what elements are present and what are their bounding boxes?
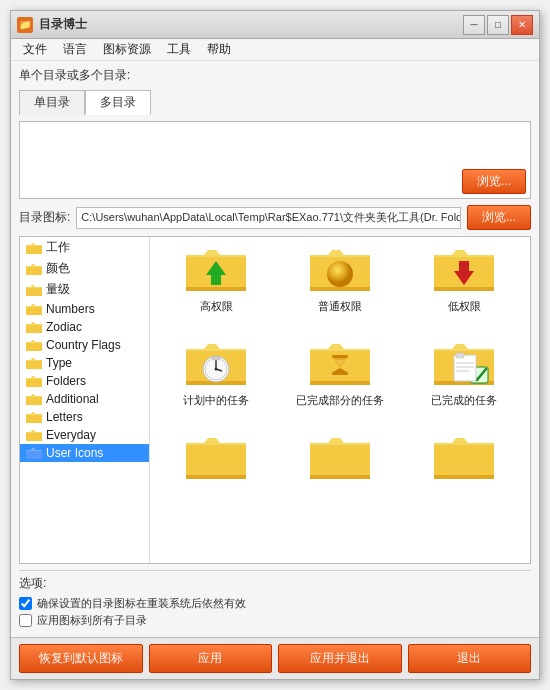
minimize-button[interactable]: ─ xyxy=(463,15,485,35)
sidebar: 工作 颜色 量级 Numbers Zodiac xyxy=(20,237,150,563)
sidebar-item-type[interactable]: Type xyxy=(20,354,149,372)
tab-bar: 单目录 多目录 xyxy=(19,90,531,115)
path-display: C:\Users\wuhan\AppData\Local\Temp\Rar$EX… xyxy=(76,207,461,229)
folder-partial-icon xyxy=(310,341,370,389)
window-title: 目录博士 xyxy=(39,16,87,33)
sidebar-item-level[interactable]: 量级 xyxy=(20,279,149,300)
icon-cell-complete[interactable]: 已完成的任务 xyxy=(404,337,524,427)
checkbox-reinstall[interactable] xyxy=(19,597,32,610)
checkbox-subdir-label: 应用图标到所有子目录 xyxy=(37,613,147,628)
title-bar-left: 📁 目录博士 xyxy=(17,16,87,33)
folder-icon-small xyxy=(26,242,42,254)
menu-bar: 文件 语言 图标资源 工具 帮助 xyxy=(11,39,539,61)
sidebar-item-letters[interactable]: Letters xyxy=(20,408,149,426)
svg-point-1 xyxy=(327,261,353,287)
svg-rect-9 xyxy=(332,355,348,358)
menu-file[interactable]: 文件 xyxy=(15,39,55,60)
menu-tools[interactable]: 工具 xyxy=(159,39,199,60)
icon-cell-plain-3[interactable] xyxy=(404,431,524,521)
browse-row-top: 浏览... xyxy=(24,169,526,194)
maximize-button[interactable]: □ xyxy=(487,15,509,35)
sidebar-item-work[interactable]: 工作 xyxy=(20,237,149,258)
icon-cell-high-priority[interactable]: 高权限 xyxy=(156,243,276,333)
svg-rect-8 xyxy=(212,356,220,360)
folder-plain-1-icon xyxy=(186,435,246,483)
icon-label-low-priority: 低权限 xyxy=(448,299,481,313)
icon-cell-low-priority[interactable]: 低权限 xyxy=(404,243,524,333)
svg-point-7 xyxy=(215,368,218,371)
menu-help[interactable]: 帮助 xyxy=(199,39,239,60)
icon-cell-planned[interactable]: 计划中的任务 xyxy=(156,337,276,427)
folder-normal-icon xyxy=(310,247,370,295)
app-icon: 📁 xyxy=(17,17,33,33)
main-window: 📁 目录博士 ─ □ ✕ 文件 语言 图标资源 工具 帮助 单个目录或多个目录:… xyxy=(10,10,540,680)
folder-plain-2-icon xyxy=(310,435,370,483)
menu-icon-resources[interactable]: 图标资源 xyxy=(95,39,159,60)
checkbox-row-2: 应用图标到所有子目录 xyxy=(19,612,531,629)
title-buttons: ─ □ ✕ xyxy=(463,15,533,35)
sidebar-item-user-icons[interactable]: User Icons xyxy=(20,444,149,462)
close-button[interactable]: ✕ xyxy=(511,15,533,35)
folder-high-priority-icon xyxy=(186,247,246,295)
svg-rect-13 xyxy=(456,353,464,358)
browse-button-path[interactable]: 浏览... xyxy=(467,205,531,230)
icon-label-planned: 计划中的任务 xyxy=(183,393,249,407)
directory-input[interactable] xyxy=(24,126,526,166)
main-panel: 工作 颜色 量级 Numbers Zodiac xyxy=(19,236,531,564)
sidebar-item-numbers[interactable]: Numbers xyxy=(20,300,149,318)
checkbox-reinstall-label: 确保设置的目录图标在重装系统后依然有效 xyxy=(37,596,246,611)
sidebar-item-folders[interactable]: Folders xyxy=(20,372,149,390)
icon-cell-normal[interactable]: 普通权限 xyxy=(280,243,400,333)
tab-single[interactable]: 单目录 xyxy=(19,90,85,115)
icon-cell-plain-2[interactable] xyxy=(280,431,400,521)
restore-default-button[interactable]: 恢复到默认图标 xyxy=(19,644,143,673)
icon-label-high-priority: 高权限 xyxy=(200,299,233,313)
sidebar-item-everyday[interactable]: Everyday xyxy=(20,426,149,444)
checkbox-subdir[interactable] xyxy=(19,614,32,627)
options-section: 选项: 确保设置的目录图标在重装系统后依然有效 应用图标到所有子目录 xyxy=(19,570,531,631)
title-bar: 📁 目录博士 ─ □ ✕ xyxy=(11,11,539,39)
sidebar-item-country-flags[interactable]: Country Flags xyxy=(20,336,149,354)
folder-planned-icon xyxy=(186,341,246,389)
icon-label-partial: 已完成部分的任务 xyxy=(296,393,384,407)
icon-cell-partial[interactable]: 已完成部分的任务 xyxy=(280,337,400,427)
folder-complete-icon xyxy=(434,341,494,389)
apply-button[interactable]: 应用 xyxy=(149,644,273,673)
folder-plain-3-icon xyxy=(434,435,494,483)
path-row: 目录图标: C:\Users\wuhan\AppData\Local\Temp\… xyxy=(19,205,531,230)
icon-grid: 高权限 xyxy=(150,237,530,563)
folder-low-priority-icon xyxy=(434,247,494,295)
browse-button-top[interactable]: 浏览... xyxy=(462,169,526,194)
options-label: 选项: xyxy=(19,575,531,592)
icon-label-complete: 已完成的任务 xyxy=(431,393,497,407)
path-label: 目录图标: xyxy=(19,209,70,226)
exit-button[interactable]: 退出 xyxy=(408,644,532,673)
icon-label-normal: 普通权限 xyxy=(318,299,362,313)
icon-cell-plain-1[interactable] xyxy=(156,431,276,521)
content-area: 单个目录或多个目录: 单目录 多目录 浏览... 目录图标: C:\Users\… xyxy=(11,61,539,637)
tab-multi[interactable]: 多目录 xyxy=(85,90,151,115)
sidebar-item-color[interactable]: 颜色 xyxy=(20,258,149,279)
svg-rect-12 xyxy=(454,355,476,381)
menu-language[interactable]: 语言 xyxy=(55,39,95,60)
sidebar-item-additional[interactable]: Additional xyxy=(20,390,149,408)
top-section-label: 单个目录或多个目录: xyxy=(19,67,531,84)
sidebar-item-zodiac[interactable]: Zodiac xyxy=(20,318,149,336)
apply-exit-button[interactable]: 应用并退出 xyxy=(278,644,402,673)
svg-rect-10 xyxy=(332,372,348,375)
bottom-bar: 恢复到默认图标 应用 应用并退出 退出 xyxy=(11,637,539,679)
checkbox-row-1: 确保设置的目录图标在重装系统后依然有效 xyxy=(19,595,531,612)
